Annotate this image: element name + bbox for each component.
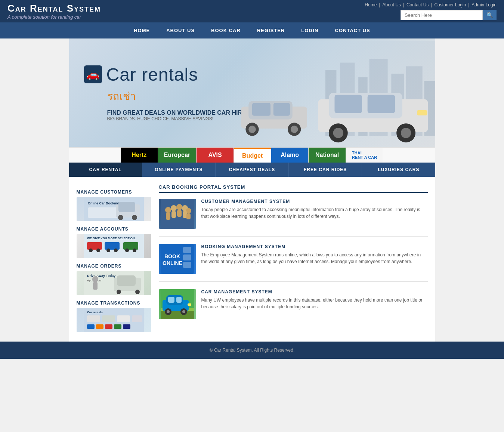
top-link-admin-login[interactable]: Admin Login — [471, 2, 497, 7]
svg-point-13 — [248, 126, 256, 133]
svg-rect-29 — [118, 202, 135, 212]
top-link-home[interactable]: Home — [365, 2, 377, 7]
portal-title: CAR BOOKING PORTAL SYSTEM — [159, 184, 428, 193]
block-desc-booking: The Employee Management System runs onli… — [201, 252, 428, 265]
svg-rect-24 — [417, 110, 427, 115]
svg-rect-78 — [183, 254, 191, 260]
tab-cheapest-deals[interactable]: CHEAPEST DEALS — [216, 163, 289, 177]
search-button[interactable]: 🔍 — [483, 10, 497, 20]
svg-point-39 — [106, 249, 110, 252]
brand-hertz: Hertz — [121, 148, 158, 163]
svg-point-49 — [135, 290, 140, 294]
sidebar-img-accounts: WE GIVE YOU MORE SELECTION. — [77, 234, 151, 258]
svg-rect-62 — [123, 324, 130, 329]
svg-point-23 — [401, 128, 411, 138]
top-bar-right: Home | About Us | Contact Us | Customer … — [365, 2, 497, 20]
svg-point-88 — [167, 310, 170, 313]
svg-point-30 — [118, 215, 123, 220]
top-link-about[interactable]: About Us — [382, 2, 401, 7]
brand-budget: Budget — [234, 148, 271, 163]
search-box: 🔍 — [401, 10, 497, 20]
main-content: CAR BOOKING PORTAL SYSTEM — [159, 184, 428, 334]
svg-text:BOOK: BOOK — [164, 253, 180, 259]
top-link-customer-login[interactable]: Customer Login — [434, 2, 466, 7]
block-title-booking: BOOKING MANAGEMENT SYSTEM — [201, 244, 428, 249]
svg-rect-69 — [166, 213, 170, 220]
content-img-booking: BOOK ONLINE — [159, 244, 196, 274]
svg-point-66 — [176, 204, 182, 210]
nav-register[interactable]: REGISTER — [249, 22, 293, 38]
svg-rect-47 — [117, 275, 136, 286]
brand-avis: AVIS — [197, 148, 234, 163]
sidebar-title-transactions: MANAGE TRANSACTIONS — [77, 300, 151, 306]
svg-rect-61 — [114, 324, 121, 329]
content-img-customer — [159, 199, 196, 229]
svg-rect-18 — [334, 95, 362, 113]
content-block-car: CAR MANAGEMENT SYSTEM Many UW employees … — [159, 289, 428, 327]
nav-login[interactable]: LOGIN — [293, 22, 327, 38]
content-block-booking: BOOK ONLINE BOOKING MANAGEMENT SYSTEM Th… — [159, 244, 428, 282]
block-title-customer: CUSTOMER MANAGEMENT SYSTEM — [201, 199, 428, 204]
svg-rect-54 — [87, 315, 100, 322]
brand-thai: THAIRENT A CAR — [346, 148, 383, 163]
nav-about[interactable]: ABOUT US — [158, 22, 203, 38]
svg-point-48 — [117, 290, 121, 294]
sidebar-img-transactions: Car rentals — [77, 308, 151, 332]
logo-title: Car Rental System — [7, 3, 101, 14]
logo-block: Car Rental System A complete solution fo… — [7, 3, 101, 20]
brand-alamo: Alamo — [271, 148, 309, 163]
top-nav-links: Home | About Us | Contact Us | Customer … — [365, 2, 497, 7]
block-title-car: CAR MANAGEMENT SYSTEM — [201, 289, 428, 294]
top-link-contact[interactable]: Contact Us — [406, 2, 429, 7]
svg-rect-55 — [102, 315, 115, 322]
svg-text:Car rentals: Car rentals — [87, 311, 103, 314]
svg-rect-70 — [171, 211, 176, 218]
svg-point-15 — [290, 126, 298, 133]
hero-banner: 🚗 Car rentals รถเช่า FIND GREAT DEALS ON… — [69, 38, 435, 147]
svg-rect-36 — [123, 242, 138, 250]
content-img-car — [159, 289, 196, 319]
svg-point-90 — [182, 310, 185, 313]
svg-rect-73 — [186, 213, 191, 219]
block-desc-car: Many UW employees have multiple records … — [201, 297, 428, 310]
brand-europcar: Europcar — [158, 148, 197, 163]
svg-rect-85 — [168, 297, 174, 303]
svg-rect-71 — [177, 210, 182, 217]
svg-rect-57 — [132, 315, 142, 322]
svg-point-50 — [92, 276, 98, 282]
svg-text:WE GIVE YOU MORE SELECTION.: WE GIVE YOU MORE SELECTION. — [87, 237, 136, 240]
block-desc-customer: Today people are accustomed to accessing… — [201, 206, 428, 220]
svg-point-42 — [133, 249, 136, 252]
svg-point-37 — [89, 249, 93, 252]
svg-rect-79 — [183, 262, 191, 268]
nav-contact[interactable]: CONTACT US — [327, 22, 378, 38]
car-rental-icon: 🚗 — [84, 65, 102, 83]
svg-point-41 — [125, 249, 129, 252]
tab-free-car-rides[interactable]: FREE CAR RIDES — [289, 163, 362, 177]
search-input[interactable] — [401, 10, 483, 20]
content-wrapper: MANAGE CUSTOMERS Online Car Booking MANA… — [69, 177, 435, 342]
tab-luxuries-cars[interactable]: LUXURIES CARS — [362, 163, 435, 177]
content-text-customer: CUSTOMER MANAGEMENT SYSTEM Today people … — [201, 199, 428, 229]
nav-book[interactable]: BOOK CAR — [203, 22, 249, 38]
nav-home[interactable]: HOME — [126, 22, 158, 38]
tab-car-rental[interactable]: CAR RENTAL — [69, 163, 142, 177]
svg-rect-34 — [87, 242, 102, 250]
sidebar-title-orders: MANAGE ORDERS — [77, 263, 151, 269]
svg-text:ONLINE: ONLINE — [163, 260, 182, 266]
svg-rect-10 — [252, 103, 270, 115]
brand-national: National — [309, 148, 346, 163]
svg-point-31 — [132, 215, 137, 220]
svg-rect-59 — [96, 324, 103, 329]
tab-online-payments[interactable]: ONLINE PAYMENTS — [142, 163, 216, 177]
content-block-customer: CUSTOMER MANAGEMENT SYSTEM Today people … — [159, 199, 428, 237]
footer: © Car Rental System. All Rights Reserved… — [0, 342, 504, 359]
svg-rect-60 — [105, 324, 112, 329]
hero-title: Car rentals — [106, 64, 198, 85]
svg-point-38 — [96, 249, 100, 252]
sidebar-img-orders: Drive Away Today Apply Now — [77, 271, 151, 295]
svg-text:Online Car Booking: Online Car Booking — [88, 201, 119, 205]
tab-bar: CAR RENTAL ONLINE PAYMENTS CHEAPEST DEAL… — [69, 163, 435, 177]
hero-cars — [216, 38, 435, 147]
sidebar-img-customers: Online Car Booking — [77, 197, 151, 221]
